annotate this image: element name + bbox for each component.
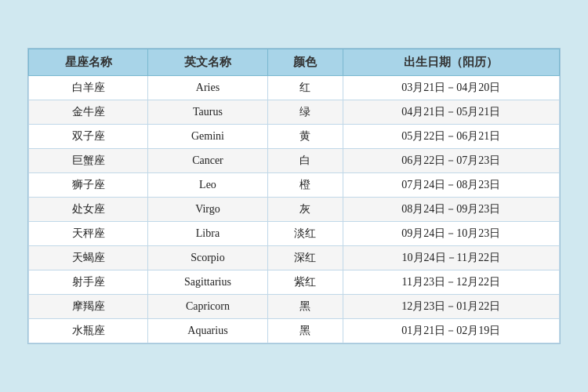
table-cell: 06月22日－07月23日 (343, 149, 559, 173)
table-cell: 深红 (267, 246, 343, 270)
table-cell: 红 (267, 76, 343, 100)
table-cell: Capricorn (148, 295, 267, 319)
table-row: 双子座Gemini黄05月22日－06月21日 (29, 125, 560, 149)
table-cell: 黑 (267, 295, 343, 319)
table-cell: 09月24日－10月23日 (343, 222, 559, 246)
table-cell: 天秤座 (29, 222, 148, 246)
table-cell: 01月21日－02月19日 (343, 319, 559, 343)
table-cell: Aquarius (148, 319, 267, 343)
header-chinese-name: 星座名称 (29, 49, 148, 76)
table-cell: 05月22日－06月21日 (343, 125, 559, 149)
table-row: 狮子座Leo橙07月24日－08月23日 (29, 173, 560, 198)
table-cell: 白羊座 (29, 76, 148, 100)
table-cell: 07月24日－08月23日 (343, 173, 559, 198)
table-cell: Gemini (148, 125, 267, 149)
table-header-row: 星座名称 英文名称 颜色 出生日期（阳历） (29, 49, 560, 76)
zodiac-table: 星座名称 英文名称 颜色 出生日期（阳历） 白羊座Aries红03月21日－04… (28, 49, 560, 343)
table-cell: Cancer (148, 149, 267, 173)
table-cell: 黑 (267, 319, 343, 343)
table-row: 金牛座Taurus绿04月21日－05月21日 (29, 100, 560, 125)
table-cell: Virgo (148, 198, 267, 222)
table-cell: 摩羯座 (29, 295, 148, 319)
table-cell: 03月21日－04月20日 (343, 76, 559, 100)
header-english-name: 英文名称 (148, 49, 267, 76)
table-row: 水瓶座Aquarius黑01月21日－02月19日 (29, 319, 560, 343)
header-color: 颜色 (267, 49, 343, 76)
table-cell: Aries (148, 76, 267, 100)
table-row: 巨蟹座Cancer白06月22日－07月23日 (29, 149, 560, 173)
table-cell: 白 (267, 149, 343, 173)
table-cell: 绿 (267, 100, 343, 125)
table-row: 射手座Sagittarius紫红11月23日－12月22日 (29, 270, 560, 295)
table-cell: 黄 (267, 125, 343, 149)
table-cell: Leo (148, 173, 267, 198)
table-cell: 天蝎座 (29, 246, 148, 270)
table-cell: 巨蟹座 (29, 149, 148, 173)
table-row: 白羊座Aries红03月21日－04月20日 (29, 76, 560, 100)
table-cell: 04月21日－05月21日 (343, 100, 559, 125)
table-cell: 10月24日－11月22日 (343, 246, 559, 270)
header-birthdate: 出生日期（阳历） (343, 49, 559, 76)
table-cell: 11月23日－12月22日 (343, 270, 559, 295)
table-cell: 狮子座 (29, 173, 148, 198)
table-cell: 灰 (267, 198, 343, 222)
table-cell: 处女座 (29, 198, 148, 222)
table-cell: 橙 (267, 173, 343, 198)
table-cell: Scorpio (148, 246, 267, 270)
table-row: 天秤座Libra淡红09月24日－10月23日 (29, 222, 560, 246)
table-cell: Libra (148, 222, 267, 246)
table-cell: 射手座 (29, 270, 148, 295)
table-row: 天蝎座Scorpio深红10月24日－11月22日 (29, 246, 560, 270)
table-cell: Sagittarius (148, 270, 267, 295)
table-row: 摩羯座Capricorn黑12月23日－01月22日 (29, 295, 560, 319)
table-cell: 金牛座 (29, 100, 148, 125)
table-cell: 淡红 (267, 222, 343, 246)
table-body: 白羊座Aries红03月21日－04月20日金牛座Taurus绿04月21日－0… (29, 76, 560, 343)
table-cell: Taurus (148, 100, 267, 125)
table-cell: 08月24日－09月23日 (343, 198, 559, 222)
zodiac-table-container: 星座名称 英文名称 颜色 出生日期（阳历） 白羊座Aries红03月21日－04… (27, 48, 561, 344)
table-cell: 双子座 (29, 125, 148, 149)
table-row: 处女座Virgo灰08月24日－09月23日 (29, 198, 560, 222)
table-cell: 水瓶座 (29, 319, 148, 343)
table-cell: 紫红 (267, 270, 343, 295)
table-cell: 12月23日－01月22日 (343, 295, 559, 319)
